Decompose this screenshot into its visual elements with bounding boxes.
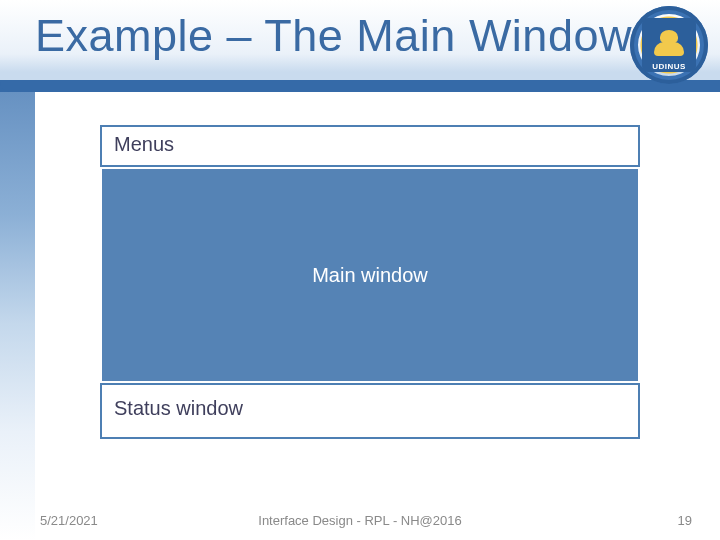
slide-footer: 5/21/2021 Interface Design - RPL - NH@20… — [0, 500, 720, 540]
menus-region: Menus — [100, 125, 640, 167]
status-window-region: Status window — [100, 383, 640, 439]
status-window-label: Status window — [114, 397, 243, 419]
title-underline — [0, 80, 720, 92]
main-window-region: Main window — [100, 167, 640, 383]
slide-title: Example – The Main Window — [35, 10, 632, 62]
logo-figure-body-icon — [654, 42, 684, 56]
logo-brand-text: UDINUS — [652, 62, 686, 71]
footer-page-number: 19 — [678, 513, 692, 528]
footer-source: Interface Design - RPL - NH@2016 — [258, 513, 461, 528]
diagram-inner: Menus Main window Status window — [100, 125, 640, 445]
logo-inner-shield: UDINUS — [642, 18, 696, 72]
university-logo: UDINUS — [630, 6, 708, 84]
title-underline-cap — [0, 80, 40, 92]
window-layout-diagram: Menus Main window Status window — [90, 115, 650, 455]
footer-date: 5/21/2021 — [40, 513, 98, 528]
menus-label: Menus — [114, 133, 174, 155]
main-window-label: Main window — [312, 264, 428, 287]
